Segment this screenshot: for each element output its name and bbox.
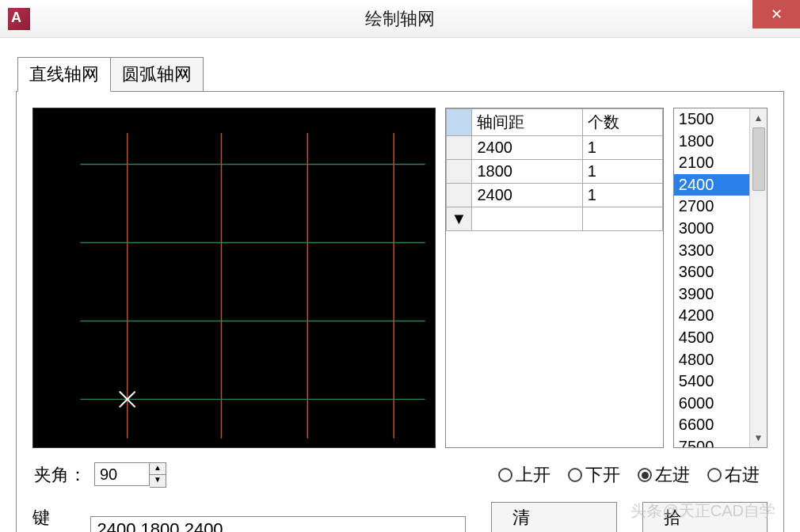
list-item[interactable]: 3900: [674, 283, 749, 306]
cell-dist[interactable]: 2400: [472, 184, 582, 207]
radio-label: 上开: [516, 463, 550, 487]
scrollbar[interactable]: ▲ ▼: [749, 108, 767, 447]
list-item[interactable]: 6000: [674, 393, 749, 415]
list-item[interactable]: 7500: [674, 436, 749, 447]
pick-button[interactable]: 拾 取: [642, 502, 768, 532]
app-icon: [8, 8, 30, 30]
radio-label: 左进: [655, 463, 690, 487]
radio-上开[interactable]: 上开: [498, 463, 550, 487]
list-item[interactable]: 4800: [674, 349, 749, 371]
scroll-down-icon[interactable]: ▼: [750, 428, 767, 447]
cell-count[interactable]: 1: [582, 184, 662, 207]
table-row[interactable]: 2400 1: [446, 184, 662, 207]
list-item[interactable]: 4500: [674, 327, 749, 349]
list-item[interactable]: 3600: [674, 261, 749, 283]
scroll-thumb[interactable]: [752, 127, 765, 191]
list-item[interactable]: 1500: [674, 108, 749, 131]
radio-下开[interactable]: 下开: [568, 463, 620, 487]
sequence-input[interactable]: [90, 516, 467, 532]
clear-button[interactable]: 清 空: [491, 502, 616, 532]
tab-strip: 直线轴网 圆弧轴网: [17, 57, 784, 92]
cell-dist[interactable]: 1800: [472, 160, 582, 184]
list-item[interactable]: 3300: [674, 240, 749, 262]
angle-input[interactable]: [94, 462, 150, 486]
radio-右进[interactable]: 右进: [707, 463, 760, 487]
angle-label: 夹角：: [34, 463, 86, 487]
close-button[interactable]: ✕: [752, 0, 800, 28]
col-header-dist[interactable]: 轴间距: [472, 109, 582, 136]
header-marker[interactable]: [446, 109, 472, 136]
direction-radio-group: 上开下开左进右进: [498, 463, 760, 487]
input-label: 键入：: [32, 506, 82, 532]
radio-icon: [638, 468, 652, 482]
preset-list-panel: 1500180021002400270030003300360039004200…: [673, 108, 768, 448]
list-item[interactable]: 1800: [674, 131, 749, 153]
titlebar: 绘制轴网 ✕: [0, 0, 800, 38]
cell-count[interactable]: 1: [582, 136, 662, 160]
table-row[interactable]: 2400 1: [446, 136, 662, 160]
tab-label: 圆弧轴网: [122, 64, 192, 84]
list-item[interactable]: 6600: [674, 414, 749, 436]
grid-preview: [32, 108, 436, 448]
radio-左进[interactable]: 左进: [638, 463, 690, 487]
axis-table-panel: 轴间距 个数 2400 1 1800 1 24: [445, 108, 664, 448]
tab-line-grid[interactable]: 直线轴网: [17, 57, 111, 92]
list-item[interactable]: 3000: [674, 218, 749, 240]
col-header-count[interactable]: 个数: [582, 109, 662, 136]
table-row-new[interactable]: ▼: [446, 207, 662, 231]
list-item[interactable]: 2100: [674, 152, 749, 174]
dropdown-icon[interactable]: ▼: [446, 207, 472, 231]
radio-icon: [568, 468, 582, 482]
list-item[interactable]: 2700: [674, 196, 749, 218]
tab-label: 直线轴网: [29, 64, 99, 84]
list-item[interactable]: 2400: [674, 174, 749, 196]
radio-icon: [498, 468, 512, 482]
preset-list[interactable]: 1500180021002400270030003300360039004200…: [674, 108, 749, 447]
spinner-up-icon[interactable]: ▲: [150, 463, 166, 475]
cell-dist[interactable]: 2400: [472, 136, 582, 160]
radio-label: 右进: [725, 463, 760, 487]
axis-table[interactable]: 轴间距 个数 2400 1 1800 1 24: [446, 108, 663, 231]
radio-icon: [707, 468, 722, 482]
list-item[interactable]: 4200: [674, 305, 749, 327]
radio-label: 下开: [585, 463, 620, 487]
scroll-up-icon[interactable]: ▲: [750, 108, 767, 127]
tab-body: 轴间距 个数 2400 1 1800 1 24: [16, 91, 784, 532]
angle-spinner[interactable]: ▲ ▼: [94, 462, 166, 488]
list-item[interactable]: 5400: [674, 370, 749, 393]
spinner-down-icon[interactable]: ▼: [150, 475, 166, 487]
tab-arc-grid[interactable]: 圆弧轴网: [110, 57, 204, 92]
cell-count[interactable]: 1: [582, 160, 662, 184]
window-title: 绘制轴网: [365, 7, 435, 31]
table-row[interactable]: 1800 1: [446, 160, 662, 184]
